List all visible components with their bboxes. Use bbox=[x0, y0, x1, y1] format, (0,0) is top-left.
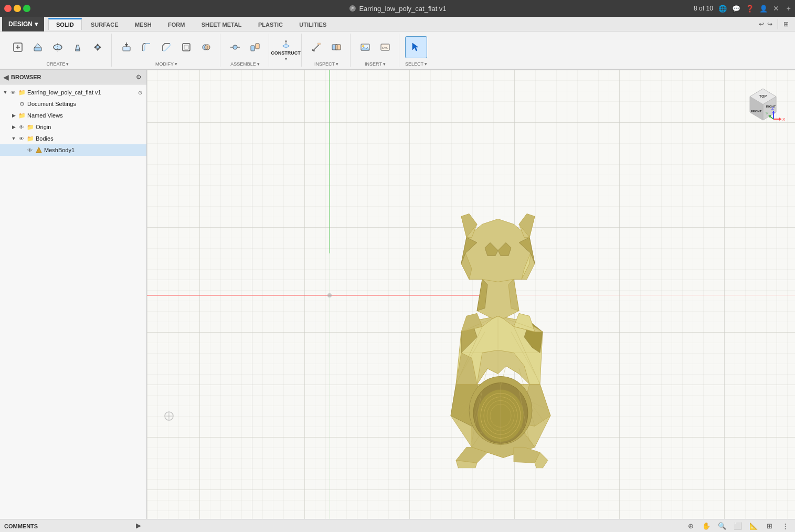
modify-label-text: MODIFY bbox=[155, 61, 174, 67]
maximize-button[interactable] bbox=[23, 5, 30, 12]
tab-sheet-metal[interactable]: SHEET METAL bbox=[194, 19, 249, 30]
grid-icon[interactable]: ⊞ bbox=[783, 20, 789, 28]
comments-label: COMMENTS bbox=[4, 523, 38, 529]
tab-solid[interactable]: SOLID bbox=[48, 18, 82, 30]
create-label[interactable]: CREATE ▾ bbox=[47, 61, 69, 67]
display-mode-icon[interactable]: ⬜ bbox=[732, 520, 744, 532]
tab-surface[interactable]: SURFACE bbox=[83, 19, 126, 30]
tree-visibility-bodies[interactable]: 👁 bbox=[18, 135, 25, 142]
assemble-label-text: ASSEMBLE bbox=[230, 61, 256, 67]
grid-settings-icon[interactable]: ⊞ bbox=[764, 520, 775, 532]
zoom-icon[interactable]: 🔍 bbox=[716, 520, 728, 532]
tree-item-doc-settings[interactable]: ⚙ Document Settings bbox=[0, 98, 146, 110]
loft-button[interactable] bbox=[68, 38, 87, 57]
insert-svg-button[interactable]: SVG bbox=[376, 38, 395, 57]
tree-item-named-views[interactable]: ▶ 📁 Named Views bbox=[0, 110, 146, 121]
tree-visibility-mesh[interactable]: 👁 bbox=[26, 146, 34, 154]
undo-icon[interactable]: ↩ bbox=[759, 20, 764, 28]
svg-rect-27 bbox=[256, 44, 259, 49]
select-arrow-icon: ▾ bbox=[425, 61, 427, 67]
svg-marker-14 bbox=[94, 46, 96, 49]
modify-buttons bbox=[117, 34, 216, 60]
tab-plastic[interactable]: PLASTIC bbox=[251, 19, 290, 30]
new-tab-icon[interactable]: + bbox=[787, 4, 791, 13]
pan-icon[interactable]: ✋ bbox=[701, 520, 712, 532]
shell-button[interactable] bbox=[177, 38, 196, 57]
toolbar-area: DESIGN ▾ SOLID SURFACE MESH FORM SHEET M… bbox=[0, 17, 795, 70]
account-icon[interactable]: 👤 bbox=[759, 5, 768, 13]
comments-expand-icon[interactable]: ▶ bbox=[133, 519, 144, 531]
redo-icon[interactable]: ↪ bbox=[767, 20, 772, 28]
cat-3d-model: .cat-face { fill: #d4c882; stroke: #bba8… bbox=[409, 132, 587, 470]
svg-rect-10 bbox=[76, 49, 80, 51]
tree-item-origin[interactable]: ▶ 👁 📁 Origin bbox=[0, 121, 146, 133]
construct-button[interactable]: CONSTRUCT ▾ bbox=[275, 39, 297, 61]
tree-extra-root[interactable]: ⊙ bbox=[136, 88, 144, 97]
svg-rect-16 bbox=[123, 47, 130, 51]
tree-arrow-origin: ▶ bbox=[10, 124, 17, 130]
inspect-label[interactable]: INSPECT ▾ bbox=[314, 61, 338, 67]
insert-label[interactable]: INSERT ▾ bbox=[365, 61, 386, 67]
toolbar-group-assemble: ASSEMBLE ▾ bbox=[221, 34, 269, 67]
joint-button[interactable] bbox=[226, 38, 245, 57]
tab-form[interactable]: FORM bbox=[161, 19, 192, 30]
shell-icon bbox=[181, 41, 192, 53]
more-settings-icon[interactable]: ⋮ bbox=[779, 520, 791, 532]
svg-text:Y: Y bbox=[766, 111, 769, 116]
insert-image-button[interactable] bbox=[356, 38, 375, 57]
window-controls[interactable] bbox=[4, 5, 30, 12]
extrude-button[interactable] bbox=[28, 38, 47, 57]
revolve-button[interactable] bbox=[48, 38, 67, 57]
move-button[interactable] bbox=[88, 38, 107, 57]
design-arrow-icon: ▾ bbox=[35, 20, 38, 28]
select-button[interactable] bbox=[405, 36, 427, 58]
chat-icon[interactable]: 💬 bbox=[732, 5, 740, 13]
tree-arrow-named-views: ▶ bbox=[10, 112, 17, 119]
move-icon bbox=[92, 41, 103, 53]
help-icon[interactable]: ❓ bbox=[746, 5, 754, 13]
tree-visibility-origin[interactable]: 👁 bbox=[18, 123, 25, 131]
tree-item-meshbody1[interactable]: 👁 MeshBody1 bbox=[0, 144, 146, 156]
close-tab-icon[interactable]: ✕ bbox=[773, 4, 779, 13]
close-button[interactable] bbox=[4, 5, 12, 12]
measure-icon bbox=[311, 41, 322, 53]
minimize-button[interactable] bbox=[14, 5, 21, 12]
design-button[interactable]: DESIGN ▾ bbox=[2, 17, 44, 31]
assemble-label[interactable]: ASSEMBLE ▾ bbox=[230, 61, 260, 67]
create-buttons bbox=[8, 34, 107, 60]
press-pull-button[interactable] bbox=[117, 38, 136, 57]
combine-button[interactable] bbox=[197, 38, 216, 57]
viewport[interactable]: .cat-face { fill: #d4c882; stroke: #bba8… bbox=[147, 70, 795, 519]
orbit-icon[interactable]: ⊕ bbox=[685, 520, 696, 532]
create-label-text: CREATE bbox=[47, 61, 66, 67]
tree-label-named-views: Named Views bbox=[27, 112, 144, 119]
modify-label[interactable]: MODIFY ▾ bbox=[155, 61, 177, 67]
tab-mesh[interactable]: MESH bbox=[128, 19, 159, 30]
modify-arrow-icon: ▾ bbox=[175, 61, 177, 67]
measure-button[interactable] bbox=[307, 38, 326, 57]
tab-utilities[interactable]: UTILITIES bbox=[292, 19, 334, 30]
viewcube[interactable]: TOP FRONT RIGHT X Z Y bbox=[739, 78, 787, 125]
units-icon[interactable]: 📐 bbox=[748, 520, 759, 532]
browser-expand-icon[interactable]: ◀ bbox=[3, 73, 9, 81]
tree-visibility-root[interactable]: 👁 bbox=[9, 89, 17, 96]
tree-label-origin: Origin bbox=[36, 124, 144, 130]
new-component-icon bbox=[12, 41, 24, 53]
status-right-icons: ▶ ⊕ ✋ 🔍 ⬜ 📐 ⊞ ⋮ bbox=[685, 520, 791, 532]
tree-arrow-root: ▼ bbox=[2, 89, 8, 95]
tree-item-root[interactable]: ▼ 👁 📁 Earring_low_poly_cat_flat v1 ⊙ bbox=[0, 87, 146, 98]
inspect-buttons bbox=[307, 34, 346, 60]
tree-item-bodies[interactable]: ▼ 👁 📁 Bodies bbox=[0, 133, 146, 144]
select-label[interactable]: SELECT ▾ bbox=[405, 61, 427, 67]
fillet-button[interactable] bbox=[137, 38, 156, 57]
svg-text:F: F bbox=[351, 7, 353, 10]
insert-image-icon bbox=[359, 41, 371, 53]
chamfer-button[interactable] bbox=[157, 38, 176, 57]
fillet-icon bbox=[141, 41, 152, 53]
browser-settings-icon[interactable]: ⚙ bbox=[134, 72, 143, 82]
share-icon[interactable]: 🌐 bbox=[718, 5, 727, 13]
interference-button[interactable] bbox=[327, 38, 346, 57]
new-component-button[interactable] bbox=[8, 38, 27, 57]
revolve-icon bbox=[52, 41, 63, 53]
as-built-joint-button[interactable] bbox=[246, 38, 264, 57]
